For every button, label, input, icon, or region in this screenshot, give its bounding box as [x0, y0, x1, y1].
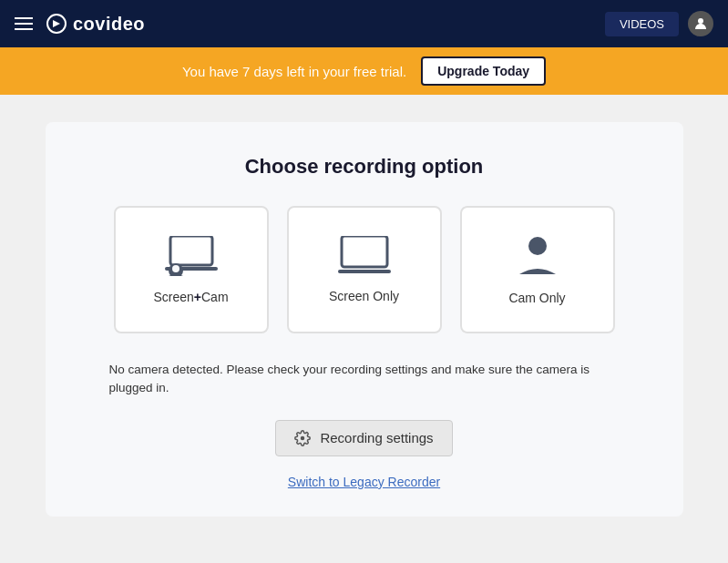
- screen-cam-label: Screen+Cam: [153, 290, 228, 304]
- screen-only-icon: [338, 236, 391, 276]
- gear-icon: [294, 430, 311, 446]
- logo: covideo: [46, 13, 145, 35]
- screen-only-label: Screen Only: [329, 289, 399, 303]
- header-left: covideo: [15, 13, 145, 35]
- screen-cam-svg: [165, 236, 218, 276]
- svg-rect-2: [170, 236, 212, 265]
- cam-only-label: Cam Only: [508, 291, 565, 305]
- recording-settings-button[interactable]: Recording settings: [275, 420, 452, 456]
- recording-options-card: Choose recording option Scree: [46, 122, 683, 517]
- header: covideo VIDEOS: [0, 0, 728, 47]
- videos-nav-button[interactable]: VIDEOS: [605, 12, 679, 36]
- trial-message: You have 7 days left in your free trial.: [182, 64, 406, 79]
- trial-banner: You have 7 days left in your free trial.…: [0, 47, 728, 95]
- screen-only-option[interactable]: Screen Only: [287, 206, 442, 333]
- svg-point-1: [698, 18, 703, 24]
- main-content: Choose recording option Scree: [0, 95, 728, 544]
- logo-icon: [46, 13, 67, 35]
- svg-rect-7: [338, 270, 391, 273]
- bottom-buttons: Recording settings Switch to Legacy Reco…: [64, 420, 665, 489]
- legacy-recorder-link[interactable]: Switch to Legacy Recorder: [288, 475, 440, 489]
- logo-text: covideo: [73, 14, 145, 35]
- hamburger-menu-icon[interactable]: [15, 17, 33, 30]
- settings-button-label: Recording settings: [320, 430, 433, 445]
- cam-only-option[interactable]: Cam Only: [460, 206, 615, 333]
- card-title: Choose recording option: [64, 155, 665, 179]
- user-icon: [693, 16, 708, 31]
- cam-only-svg: [518, 234, 558, 278]
- svg-point-8: [528, 237, 547, 255]
- user-avatar[interactable]: [688, 11, 713, 36]
- screen-cam-icon: [165, 235, 218, 277]
- svg-point-5: [172, 265, 179, 272]
- no-camera-warning: No camera detected. Please check your re…: [100, 361, 629, 398]
- recording-options-grid: Screen+Cam Screen Only: [64, 206, 665, 333]
- svg-rect-6: [342, 236, 387, 267]
- cam-only-icon: [518, 234, 558, 278]
- header-right: VIDEOS: [605, 11, 713, 36]
- upgrade-button[interactable]: Upgrade Today: [421, 56, 546, 86]
- screen-cam-option[interactable]: Screen+Cam: [114, 206, 269, 333]
- screen-only-svg: [338, 236, 391, 276]
